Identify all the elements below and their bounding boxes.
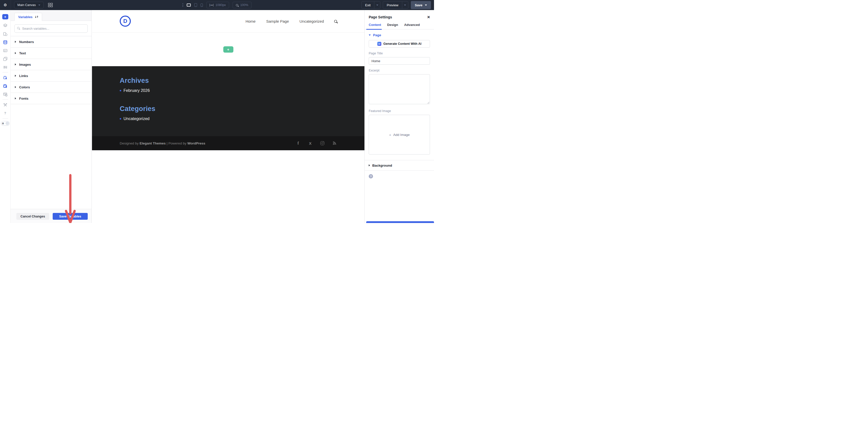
group-row-images[interactable]: Images [10, 59, 92, 70]
add-section-button[interactable] [223, 46, 234, 53]
tablet-view-icon[interactable] [194, 3, 197, 7]
group-row-text[interactable]: Text [10, 47, 92, 59]
kebab-menu-icon[interactable] [183, 3, 183, 7]
group-row-colors[interactable]: Colors [10, 81, 92, 93]
add-image-label: Add Image [393, 133, 409, 137]
builder-settings-toggle[interactable] [1, 121, 9, 126]
wordpress-link[interactable]: WordPress [187, 141, 205, 145]
width-resize-icon [210, 4, 214, 6]
group-row-fonts[interactable]: Fonts [10, 93, 92, 104]
settings-gear-icon[interactable] [0, 3, 10, 7]
page-accordion-toggle[interactable]: Page [369, 29, 430, 40]
save-button[interactable]: Save [411, 1, 431, 9]
ai-button-label: Generate Content With AI [383, 42, 422, 45]
layers-icon[interactable] [0, 22, 10, 30]
close-icon[interactable] [427, 14, 430, 20]
background-accordion-toggle[interactable]: Background [365, 160, 434, 171]
canvas-width-control[interactable]: 1080px [207, 2, 229, 8]
preview-split-button: Preview [383, 1, 408, 9]
tools-icon[interactable] [0, 101, 10, 109]
tab-content[interactable]: Content [369, 23, 381, 29]
desktop-view-icon[interactable] [187, 3, 191, 6]
canvas-select-value: Main Canvas [18, 3, 36, 7]
template-disc-icon[interactable] [0, 90, 10, 98]
variables-tab-label: Variables [18, 15, 32, 19]
wireframe-rows-icon[interactable] [0, 63, 10, 71]
variables-search [14, 25, 88, 33]
archives-list: February 2026 [120, 88, 337, 93]
rss-icon[interactable] [332, 141, 337, 145]
save-dropdown-arrow-icon [425, 4, 427, 6]
divi-logo[interactable] [120, 15, 131, 27]
group-row-links[interactable]: Links [10, 70, 92, 81]
canvas-zoom-value: 100% [240, 3, 248, 7]
category-item[interactable]: Uncategorized [120, 116, 337, 121]
nav-link-uncategorized[interactable]: Uncategorized [300, 19, 324, 24]
elegant-themes-link[interactable]: Elegant Themes [140, 141, 166, 145]
top-bar: Main Canvas 1080px 100% Exit [0, 0, 434, 10]
facebook-icon[interactable] [296, 141, 301, 145]
exit-button[interactable]: Exit [362, 1, 374, 8]
search-icon [17, 27, 20, 29]
nav-link-sample-page[interactable]: Sample Page [266, 19, 289, 24]
featured-image-box[interactable]: Add Image [369, 115, 430, 155]
copy-pages-icon[interactable] [0, 55, 10, 63]
search-variables-input[interactable] [14, 25, 88, 33]
phone-view-icon[interactable] [200, 3, 203, 7]
panel-save-button-partial[interactable] [366, 221, 434, 223]
instagram-icon[interactable] [320, 141, 324, 145]
toggle-knob [5, 122, 9, 125]
group-label: Images [19, 63, 31, 66]
tab-variables[interactable]: Variables [14, 13, 42, 21]
interaction-filled-icon[interactable] [0, 82, 10, 90]
grid-view-icon[interactable] [48, 3, 53, 7]
excerpt-textarea[interactable] [369, 74, 430, 104]
sort-arrows-icon[interactable] [34, 15, 38, 19]
chevron-right-icon [15, 63, 16, 65]
settings-tabs: Content Design Advanced [365, 22, 434, 29]
help-icon[interactable] [0, 109, 10, 117]
module-card-icon[interactable] [0, 46, 10, 55]
tab-design[interactable]: Design [387, 23, 398, 29]
ai-badge-icon: AI [377, 42, 381, 46]
topbar-left: Main Canvas [0, 0, 53, 10]
canvas-select-dropdown[interactable]: Main Canvas [14, 2, 43, 8]
page-settings-title: Page Settings [369, 15, 392, 19]
group-row-numbers[interactable]: Numbers [10, 36, 92, 47]
divi-builder-app: Main Canvas 1080px 100% Exit [0, 0, 434, 223]
save-variables-button[interactable]: Save Variables [53, 213, 88, 220]
exit-split-button: Exit [362, 1, 380, 9]
generate-content-ai-button[interactable]: AI Generate Content With AI [369, 40, 430, 47]
page-settings-panel: Page Settings Content Design Advanced Pa… [365, 10, 434, 223]
exit-dropdown-arrow[interactable] [374, 1, 380, 8]
canvas-zoom-control[interactable]: 100% [232, 2, 251, 8]
cancel-changes-button[interactable]: Cancel Changes [17, 213, 49, 220]
footer-credits: Designed by Elegant Themes | Powered by … [120, 141, 205, 145]
save-button-label: Save [415, 3, 423, 7]
sidebar-widgets-section: Archives February 2026 Categories Uncate… [92, 66, 365, 136]
presets-icon[interactable] [0, 30, 10, 38]
preview-dropdown-arrow[interactable] [402, 1, 408, 8]
rail-divider [2, 118, 8, 118]
page-title-input[interactable] [369, 57, 430, 65]
variables-panel-footer: Cancel Changes Save Variables [10, 209, 92, 223]
categories-heading: Categories [120, 105, 337, 113]
social-icons [296, 141, 337, 145]
interaction-icon[interactable] [0, 73, 10, 82]
nav-link-home[interactable]: Home [246, 19, 255, 24]
x-icon[interactable] [308, 141, 312, 145]
preview-button[interactable]: Preview [383, 1, 402, 8]
page-title-label: Page Title [369, 52, 430, 55]
group-label: Text [19, 52, 26, 55]
archive-item[interactable]: February 2026 [120, 88, 337, 93]
variables-database-icon[interactable] [0, 38, 10, 46]
group-label: Links [19, 74, 28, 78]
page-settings-header: Page Settings [365, 10, 434, 22]
help-badge-icon[interactable] [369, 174, 373, 178]
categories-list: Uncategorized [120, 116, 337, 121]
add-module-button[interactable] [2, 14, 8, 20]
tab-advanced[interactable]: Advanced [404, 23, 420, 29]
active-tab-underline [366, 29, 382, 30]
site-search-icon[interactable] [334, 20, 337, 23]
chevron-right-icon [15, 52, 16, 54]
